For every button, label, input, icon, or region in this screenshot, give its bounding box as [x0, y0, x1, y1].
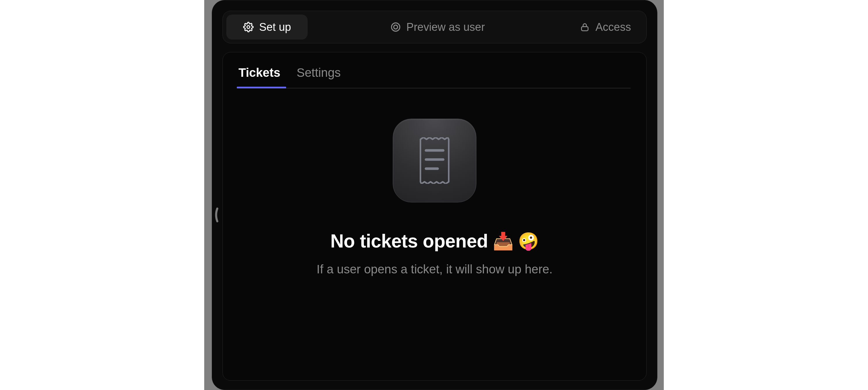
- receipt-icon: [418, 137, 451, 184]
- empty-state-subtitle: If a user opens a ticket, it will show u…: [317, 262, 553, 276]
- svg-point-2: [394, 25, 397, 29]
- receipt-tile-icon: [393, 119, 476, 202]
- access-label: Access: [595, 21, 631, 33]
- tab-settings-label: Settings: [297, 66, 341, 79]
- mode-toolbar: Set up Preview as user: [222, 11, 647, 43]
- access-button[interactable]: Access: [567, 15, 643, 39]
- eye-icon: [390, 22, 401, 33]
- main-card: Set up Preview as user: [212, 0, 657, 390]
- empty-state-title: No tickets opened 📥 🤪: [330, 230, 539, 252]
- expand-handle[interactable]: [212, 205, 220, 224]
- setup-button[interactable]: Set up: [226, 15, 308, 39]
- content-card: Tickets Settings No tickets opened: [222, 52, 647, 381]
- tab-tickets[interactable]: Tickets: [239, 66, 280, 88]
- lock-icon: [579, 22, 590, 33]
- svg-rect-3: [581, 27, 588, 31]
- tabs-row: Tickets Settings: [239, 66, 631, 88]
- chevron-left-handle-icon: [214, 207, 219, 223]
- app-window: Set up Preview as user: [204, 0, 664, 390]
- empty-title-text: No tickets opened: [330, 230, 488, 252]
- svg-point-0: [247, 26, 250, 28]
- setup-label: Set up: [259, 21, 291, 33]
- preview-label: Preview as user: [406, 21, 485, 33]
- inbox-emoji-icon: 📥: [493, 231, 514, 251]
- gear-icon: [243, 22, 254, 33]
- tab-settings[interactable]: Settings: [297, 66, 341, 88]
- svg-point-1: [392, 23, 400, 31]
- empty-state: No tickets opened 📥 🤪 If a user opens a …: [239, 119, 631, 276]
- zany-face-emoji-icon: 🤪: [518, 231, 539, 251]
- preview-as-user-button[interactable]: Preview as user: [308, 15, 567, 39]
- tab-tickets-label: Tickets: [239, 66, 280, 79]
